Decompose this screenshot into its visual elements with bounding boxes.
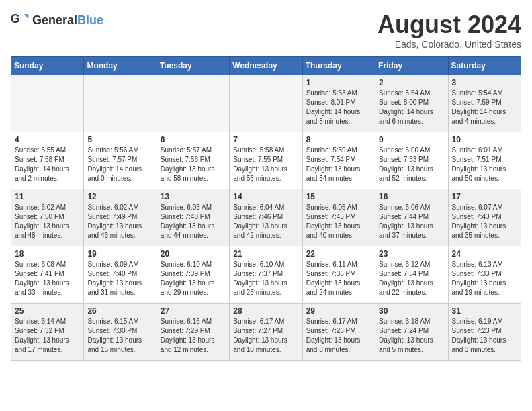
day-info: Sunrise: 6:09 AM Sunset: 7:40 PM Dayligh…	[87, 260, 152, 298]
day-header-wednesday: Wednesday	[230, 57, 302, 75]
svg-marker-1	[24, 14, 28, 19]
calendar-cell: 26Sunrise: 6:15 AM Sunset: 7:30 PM Dayli…	[84, 304, 157, 361]
calendar-cell: 24Sunrise: 6:13 AM Sunset: 7:33 PM Dayli…	[448, 246, 521, 304]
day-info: Sunrise: 6:05 AM Sunset: 7:45 PM Dayligh…	[306, 203, 371, 240]
day-number: 19	[87, 249, 152, 259]
day-info: Sunrise: 6:14 AM Sunset: 7:32 PM Dayligh…	[15, 317, 80, 355]
calendar-cell: 4Sunrise: 5:55 AM Sunset: 7:58 PM Daylig…	[11, 132, 84, 189]
day-header-saturday: Saturday	[448, 57, 521, 75]
day-info: Sunrise: 6:02 AM Sunset: 7:49 PM Dayligh…	[87, 203, 152, 240]
day-number: 31	[452, 306, 517, 316]
day-number: 30	[379, 306, 444, 316]
day-number: 20	[161, 249, 226, 259]
calendar-week-row: 4Sunrise: 5:55 AM Sunset: 7:58 PM Daylig…	[11, 132, 521, 189]
day-info: Sunrise: 6:10 AM Sunset: 7:39 PM Dayligh…	[161, 260, 226, 298]
day-info: Sunrise: 6:17 AM Sunset: 7:26 PM Dayligh…	[306, 317, 371, 355]
day-number: 3	[452, 78, 517, 87]
calendar-cell: 17Sunrise: 6:07 AM Sunset: 7:43 PM Dayli…	[448, 189, 521, 246]
calendar-week-row: 1Sunrise: 5:53 AM Sunset: 8:01 PM Daylig…	[11, 75, 521, 132]
calendar-cell: 12Sunrise: 6:02 AM Sunset: 7:49 PM Dayli…	[84, 189, 157, 246]
day-number: 4	[15, 135, 80, 144]
day-info: Sunrise: 5:54 AM Sunset: 8:00 PM Dayligh…	[379, 89, 444, 126]
calendar-cell: 2Sunrise: 5:54 AM Sunset: 8:00 PM Daylig…	[375, 75, 448, 132]
day-number: 7	[233, 135, 298, 144]
calendar-cell	[230, 75, 302, 132]
day-info: Sunrise: 6:10 AM Sunset: 7:37 PM Dayligh…	[233, 260, 298, 298]
title-area: August 2024 Eads, Colorado, United State…	[378, 11, 521, 50]
calendar-cell: 13Sunrise: 6:03 AM Sunset: 7:48 PM Dayli…	[157, 189, 229, 246]
day-number: 26	[87, 306, 152, 316]
day-number: 23	[379, 249, 444, 259]
day-number: 1	[306, 78, 371, 87]
calendar-cell: 23Sunrise: 6:12 AM Sunset: 7:34 PM Dayli…	[375, 246, 448, 304]
day-number: 14	[233, 192, 298, 201]
logo-general-text: General	[32, 13, 77, 27]
calendar-cell: 5Sunrise: 5:56 AM Sunset: 7:57 PM Daylig…	[84, 132, 157, 189]
calendar-cell	[84, 75, 157, 132]
day-number: 18	[15, 249, 80, 259]
day-info: Sunrise: 5:58 AM Sunset: 7:55 PM Dayligh…	[233, 146, 298, 183]
day-info: Sunrise: 6:12 AM Sunset: 7:34 PM Dayligh…	[379, 260, 444, 298]
day-number: 12	[87, 192, 152, 201]
calendar-cell: 9Sunrise: 6:00 AM Sunset: 7:53 PM Daylig…	[375, 132, 448, 189]
calendar-cell: 14Sunrise: 6:04 AM Sunset: 7:46 PM Dayli…	[230, 189, 302, 246]
day-number: 25	[15, 306, 80, 316]
day-info: Sunrise: 6:00 AM Sunset: 7:53 PM Dayligh…	[379, 146, 444, 183]
day-info: Sunrise: 5:53 AM Sunset: 8:01 PM Dayligh…	[306, 89, 371, 126]
day-number: 24	[452, 249, 517, 259]
day-number: 29	[306, 306, 371, 316]
calendar-header-row: SundayMondayTuesdayWednesdayThursdayFrid…	[11, 57, 521, 75]
day-number: 28	[233, 306, 298, 316]
day-info: Sunrise: 6:03 AM Sunset: 7:48 PM Dayligh…	[161, 203, 226, 240]
day-info: Sunrise: 6:08 AM Sunset: 7:41 PM Dayligh…	[15, 260, 80, 298]
day-info: Sunrise: 6:16 AM Sunset: 7:29 PM Dayligh…	[161, 317, 226, 355]
calendar-cell	[157, 75, 229, 132]
day-header-tuesday: Tuesday	[157, 57, 229, 75]
day-number: 9	[379, 135, 444, 144]
day-info: Sunrise: 5:54 AM Sunset: 7:59 PM Dayligh…	[452, 89, 517, 126]
calendar-cell: 8Sunrise: 5:59 AM Sunset: 7:54 PM Daylig…	[302, 132, 375, 189]
day-number: 13	[161, 192, 226, 201]
day-info: Sunrise: 6:07 AM Sunset: 7:43 PM Dayligh…	[452, 203, 517, 240]
day-info: Sunrise: 6:02 AM Sunset: 7:50 PM Dayligh…	[15, 203, 80, 240]
calendar-cell: 6Sunrise: 5:57 AM Sunset: 7:56 PM Daylig…	[157, 132, 229, 189]
day-info: Sunrise: 6:18 AM Sunset: 7:24 PM Dayligh…	[379, 317, 444, 355]
day-header-sunday: Sunday	[11, 57, 84, 75]
logo-icon: G	[11, 11, 30, 30]
day-header-friday: Friday	[375, 57, 448, 75]
day-info: Sunrise: 5:55 AM Sunset: 7:58 PM Dayligh…	[15, 146, 80, 183]
logo: G GeneralBlue	[11, 11, 103, 30]
day-number: 8	[306, 135, 371, 144]
day-number: 27	[161, 306, 226, 316]
calendar-cell: 28Sunrise: 6:17 AM Sunset: 7:27 PM Dayli…	[230, 304, 302, 361]
calendar-cell: 16Sunrise: 6:06 AM Sunset: 7:44 PM Dayli…	[375, 189, 448, 246]
month-title: August 2024	[378, 11, 521, 39]
day-number: 22	[306, 249, 371, 259]
calendar-cell: 21Sunrise: 6:10 AM Sunset: 7:37 PM Dayli…	[230, 246, 302, 304]
day-info: Sunrise: 6:06 AM Sunset: 7:44 PM Dayligh…	[379, 203, 444, 240]
calendar-table: SundayMondayTuesdayWednesdayThursdayFrid…	[11, 56, 521, 361]
day-number: 10	[452, 135, 517, 144]
day-number: 16	[379, 192, 444, 201]
page-header: G GeneralBlue August 2024 Eads, Colorado…	[11, 11, 521, 50]
calendar-cell: 31Sunrise: 6:19 AM Sunset: 7:23 PM Dayli…	[448, 304, 521, 361]
calendar-cell: 20Sunrise: 6:10 AM Sunset: 7:39 PM Dayli…	[157, 246, 229, 304]
day-header-monday: Monday	[84, 57, 157, 75]
calendar-cell: 10Sunrise: 6:01 AM Sunset: 7:51 PM Dayli…	[448, 132, 521, 189]
calendar-cell: 1Sunrise: 5:53 AM Sunset: 8:01 PM Daylig…	[302, 75, 375, 132]
day-info: Sunrise: 6:19 AM Sunset: 7:23 PM Dayligh…	[452, 317, 517, 355]
day-info: Sunrise: 6:13 AM Sunset: 7:33 PM Dayligh…	[452, 260, 517, 298]
svg-text:G: G	[11, 12, 20, 26]
calendar-cell: 7Sunrise: 5:58 AM Sunset: 7:55 PM Daylig…	[230, 132, 302, 189]
day-header-thursday: Thursday	[302, 57, 375, 75]
day-info: Sunrise: 6:15 AM Sunset: 7:30 PM Dayligh…	[87, 317, 152, 355]
calendar-cell	[11, 75, 84, 132]
calendar-week-row: 25Sunrise: 6:14 AM Sunset: 7:32 PM Dayli…	[11, 304, 521, 361]
day-info: Sunrise: 5:56 AM Sunset: 7:57 PM Dayligh…	[87, 146, 152, 183]
day-info: Sunrise: 6:17 AM Sunset: 7:27 PM Dayligh…	[233, 317, 298, 355]
day-info: Sunrise: 5:59 AM Sunset: 7:54 PM Dayligh…	[306, 146, 371, 183]
day-info: Sunrise: 5:57 AM Sunset: 7:56 PM Dayligh…	[161, 146, 226, 183]
day-number: 17	[452, 192, 517, 201]
location-title: Eads, Colorado, United States	[378, 39, 521, 50]
calendar-cell: 30Sunrise: 6:18 AM Sunset: 7:24 PM Dayli…	[375, 304, 448, 361]
